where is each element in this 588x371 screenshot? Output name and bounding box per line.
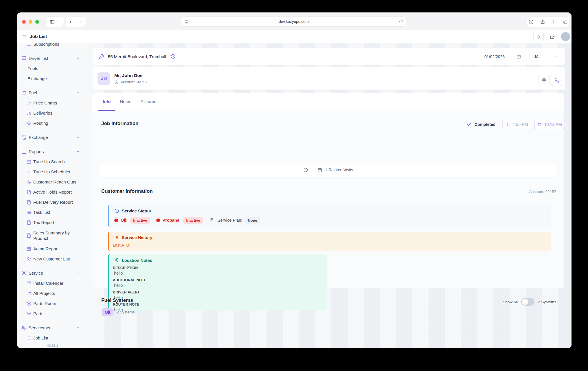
propane-label: Propane: [163, 218, 181, 223]
sidebar-item-fuels[interactable]: Fuels [17, 63, 88, 74]
new-tab-plus-icon[interactable] [551, 19, 556, 24]
sidebar-item-sales-summary-by-product[interactable]: Sales Summary by Product [17, 227, 88, 244]
building-icon [210, 218, 215, 223]
reload-icon[interactable] [399, 19, 403, 24]
sidebar-nav: Subscriptions Driver List Fuels Exchange… [17, 43, 88, 343]
sidebar-item-task-list[interactable]: Task List [17, 207, 88, 217]
share-icon[interactable] [540, 19, 545, 24]
sidebar-item-tax-report[interactable]: Tax Report [17, 217, 88, 227]
sidebar-toggle-button[interactable] [46, 17, 64, 27]
info-section: Job Information Completed 4:56 PM 10:13 … [92, 111, 564, 288]
list-icon [26, 210, 32, 215]
fuel-systems-controls: Show All 2 Systems [503, 298, 556, 306]
sidebar-item-install-calendar[interactable]: Install Calendar [17, 278, 88, 288]
play-icon [506, 122, 510, 127]
file-icon [26, 190, 32, 195]
tab-overview-icon[interactable] [562, 19, 568, 25]
page-settings-icon[interactable] [184, 19, 189, 24]
user-icon [114, 80, 119, 84]
service-plan-label: Service Plan: [218, 218, 242, 223]
sidebar-item-tune-up-search[interactable]: Tune Up Search [17, 157, 88, 167]
browser-window: dev.kozyops.com Job List Subscriptions D… [17, 12, 572, 348]
end-time-button[interactable]: 10:13 AM [534, 120, 565, 129]
tab-pictures[interactable]: Pictures [136, 93, 161, 111]
gear-icon [21, 270, 27, 276]
search-button[interactable] [533, 32, 544, 42]
downloads-icon[interactable] [528, 19, 534, 25]
chevron-up-icon [76, 91, 80, 95]
sidebar-item-fuel[interactable]: Fuel [17, 88, 88, 98]
sidebar-item-price-charts[interactable]: Price Charts [17, 98, 88, 108]
sidebar-item-parts-room[interactable]: Parts Room [17, 298, 88, 308]
related-visits-bar[interactable]: - 1 Related Visits [100, 163, 556, 177]
file-icon [26, 220, 32, 225]
note-field: ADDITIONAL NOTE hello [113, 278, 146, 288]
sidebar-item-fuel-delivery-report[interactable]: Fuel Delivery Report [17, 197, 88, 207]
customer-avatar: JD [98, 72, 110, 85]
map-pin-button[interactable] [538, 75, 550, 86]
job-status-row: Completed 4:56 PM 10:13 AM [466, 120, 565, 129]
url-bar[interactable]: dev.kozyops.com [181, 17, 407, 26]
history-icon[interactable] [170, 54, 176, 59]
menu-icon[interactable] [22, 34, 27, 40]
job-address-card: 55 Merritt Boulevard, Trumbull 01/02/202… [93, 48, 565, 65]
route-icon [26, 121, 32, 126]
systems-count: 2 Systems [538, 300, 556, 304]
phone-icon [554, 78, 559, 83]
users-icon [21, 325, 27, 330]
sidebar-item-routing[interactable]: Routing [17, 118, 88, 128]
forward-button chevron-right-icon[interactable] [78, 19, 83, 24]
sidebar-item-service[interactable]: Service [17, 268, 88, 278]
card-icon [26, 43, 32, 47]
sidebar-item-subscriptions[interactable]: Subscriptions [17, 43, 88, 49]
sidebar-item-customer-reach-outs[interactable]: Customer Reach Outs [17, 177, 88, 187]
user-plus-icon [26, 256, 32, 262]
sidebar-item-servicemen[interactable]: Servicemen [17, 323, 88, 333]
search-icon [536, 35, 541, 40]
sidebar-item-deliveries[interactable]: Deliveries [17, 108, 88, 118]
app-version: v3.36.1 [17, 344, 88, 347]
sidebar-item-parts[interactable]: Parts [17, 308, 88, 319]
tab-info[interactable]: Info [98, 93, 115, 111]
bar-chart-icon [21, 149, 27, 154]
calendar-icon [26, 159, 32, 164]
sidebar-item-driver-list[interactable]: Driver List [17, 53, 88, 63]
calendar-icon [517, 54, 521, 59]
sidebar-item-exchange-sub[interactable]: Exchange [17, 74, 88, 84]
customer-information-title: Customer Information [101, 188, 153, 194]
call-button[interactable] [551, 75, 562, 86]
folder-icon [26, 291, 32, 296]
close-window-button[interactable] [22, 20, 26, 24]
mail-icon [550, 35, 555, 40]
browser-chrome: dev.kozyops.com [17, 12, 572, 30]
url-text[interactable]: dev.kozyops.com [189, 19, 399, 24]
location-notes-fields: DESCRIPTION hello ADDITIONAL NOTE hello … [113, 266, 146, 312]
main-content: 55 Merritt Boulevard, Trumbull 01/02/202… [88, 43, 572, 348]
sidebar-toggle-icon [49, 19, 55, 25]
gear-icon [26, 311, 32, 316]
mail-button[interactable] [547, 32, 557, 42]
dispatcher-select[interactable]: JA [530, 52, 561, 61]
back-button chevron-left-icon[interactable] [68, 19, 73, 24]
minimize-window-button[interactable] [29, 20, 32, 24]
zoom-window-button[interactable] [35, 20, 39, 24]
sidebar-item-job-list[interactable]: Job List [17, 333, 88, 343]
sidebar-item-exchange[interactable]: Exchange [17, 132, 88, 142]
sidebar-item-reports[interactable]: Reports [17, 146, 88, 157]
oil-label: Oil: [121, 218, 128, 223]
clock-icon [303, 168, 308, 172]
flame-icon [114, 235, 119, 240]
tab-notes[interactable]: Notes [115, 93, 136, 111]
date-input[interactable]: 01/02/2026 [481, 52, 524, 61]
sidebar-item-aging-report[interactable]: Aging Report [17, 244, 88, 254]
sidebar: Subscriptions Driver List Fuels Exchange… [17, 43, 89, 348]
show-all-toggle[interactable] [521, 298, 534, 306]
sidebar-item-active-holds-report[interactable]: Active Holds Report [17, 187, 88, 197]
sidebar-item-new-customer-list[interactable]: New Customer List [17, 254, 88, 264]
start-time-button[interactable]: 4:56 PM [502, 120, 531, 129]
fuel-group-chip[interactable]: Oil [102, 308, 113, 316]
sidebar-item-tune-up-scheduler[interactable]: Tune Up Scheduler [17, 167, 88, 177]
line-chart-icon [26, 100, 32, 106]
avatar[interactable] [561, 32, 570, 41]
sidebar-item-all-projects[interactable]: All Projects [17, 288, 88, 298]
